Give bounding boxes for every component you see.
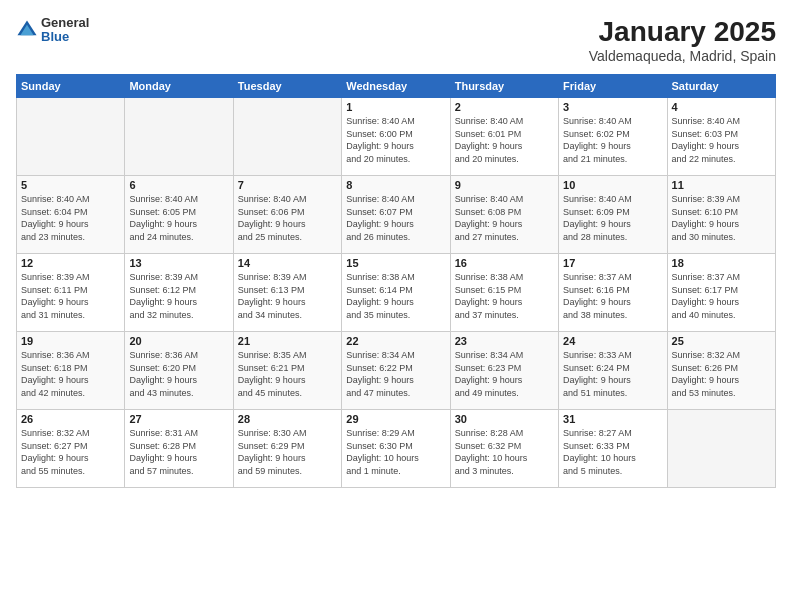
day-info: Sunrise: 8:40 AM Sunset: 6:04 PM Dayligh… [21,193,120,243]
weekday-header-row: Sunday Monday Tuesday Wednesday Thursday… [17,75,776,98]
header-monday: Monday [125,75,233,98]
calendar-cell [17,98,125,176]
calendar-cell: 12Sunrise: 8:39 AM Sunset: 6:11 PM Dayli… [17,254,125,332]
day-number: 14 [238,257,337,269]
day-number: 20 [129,335,228,347]
day-number: 3 [563,101,662,113]
calendar-cell: 29Sunrise: 8:29 AM Sunset: 6:30 PM Dayli… [342,410,450,488]
day-number: 6 [129,179,228,191]
day-number: 30 [455,413,554,425]
calendar-cell: 23Sunrise: 8:34 AM Sunset: 6:23 PM Dayli… [450,332,558,410]
day-number: 2 [455,101,554,113]
day-info: Sunrise: 8:34 AM Sunset: 6:22 PM Dayligh… [346,349,445,399]
day-info: Sunrise: 8:31 AM Sunset: 6:28 PM Dayligh… [129,427,228,477]
calendar-cell: 21Sunrise: 8:35 AM Sunset: 6:21 PM Dayli… [233,332,341,410]
day-info: Sunrise: 8:30 AM Sunset: 6:29 PM Dayligh… [238,427,337,477]
day-number: 8 [346,179,445,191]
day-info: Sunrise: 8:37 AM Sunset: 6:17 PM Dayligh… [672,271,771,321]
calendar-cell: 5Sunrise: 8:40 AM Sunset: 6:04 PM Daylig… [17,176,125,254]
calendar-cell: 1Sunrise: 8:40 AM Sunset: 6:00 PM Daylig… [342,98,450,176]
day-number: 27 [129,413,228,425]
day-number: 22 [346,335,445,347]
calendar-cell: 6Sunrise: 8:40 AM Sunset: 6:05 PM Daylig… [125,176,233,254]
day-info: Sunrise: 8:32 AM Sunset: 6:27 PM Dayligh… [21,427,120,477]
calendar-cell: 7Sunrise: 8:40 AM Sunset: 6:06 PM Daylig… [233,176,341,254]
day-number: 18 [672,257,771,269]
header-tuesday: Tuesday [233,75,341,98]
week-row-3: 12Sunrise: 8:39 AM Sunset: 6:11 PM Dayli… [17,254,776,332]
day-number: 9 [455,179,554,191]
calendar-cell: 3Sunrise: 8:40 AM Sunset: 6:02 PM Daylig… [559,98,667,176]
calendar-cell: 24Sunrise: 8:33 AM Sunset: 6:24 PM Dayli… [559,332,667,410]
week-row-2: 5Sunrise: 8:40 AM Sunset: 6:04 PM Daylig… [17,176,776,254]
day-info: Sunrise: 8:40 AM Sunset: 6:03 PM Dayligh… [672,115,771,165]
calendar-cell: 2Sunrise: 8:40 AM Sunset: 6:01 PM Daylig… [450,98,558,176]
calendar-cell: 11Sunrise: 8:39 AM Sunset: 6:10 PM Dayli… [667,176,775,254]
day-number: 23 [455,335,554,347]
calendar-cell: 15Sunrise: 8:38 AM Sunset: 6:14 PM Dayli… [342,254,450,332]
day-number: 21 [238,335,337,347]
day-info: Sunrise: 8:40 AM Sunset: 6:02 PM Dayligh… [563,115,662,165]
calendar-cell: 26Sunrise: 8:32 AM Sunset: 6:27 PM Dayli… [17,410,125,488]
calendar-cell: 14Sunrise: 8:39 AM Sunset: 6:13 PM Dayli… [233,254,341,332]
day-number: 15 [346,257,445,269]
day-number: 16 [455,257,554,269]
logo-general: General [41,16,89,30]
day-info: Sunrise: 8:39 AM Sunset: 6:12 PM Dayligh… [129,271,228,321]
day-info: Sunrise: 8:36 AM Sunset: 6:20 PM Dayligh… [129,349,228,399]
day-number: 26 [21,413,120,425]
calendar-cell: 10Sunrise: 8:40 AM Sunset: 6:09 PM Dayli… [559,176,667,254]
day-info: Sunrise: 8:40 AM Sunset: 6:00 PM Dayligh… [346,115,445,165]
logo-text: General Blue [41,16,89,45]
day-info: Sunrise: 8:40 AM Sunset: 6:08 PM Dayligh… [455,193,554,243]
calendar-page: General Blue January 2025 Valdemaqueda, … [0,0,792,612]
calendar-cell [667,410,775,488]
header-thursday: Thursday [450,75,558,98]
day-info: Sunrise: 8:36 AM Sunset: 6:18 PM Dayligh… [21,349,120,399]
logo-icon [16,19,38,41]
calendar-cell: 16Sunrise: 8:38 AM Sunset: 6:15 PM Dayli… [450,254,558,332]
calendar-cell: 28Sunrise: 8:30 AM Sunset: 6:29 PM Dayli… [233,410,341,488]
calendar-cell: 4Sunrise: 8:40 AM Sunset: 6:03 PM Daylig… [667,98,775,176]
header-wednesday: Wednesday [342,75,450,98]
day-info: Sunrise: 8:33 AM Sunset: 6:24 PM Dayligh… [563,349,662,399]
calendar-cell: 31Sunrise: 8:27 AM Sunset: 6:33 PM Dayli… [559,410,667,488]
day-info: Sunrise: 8:39 AM Sunset: 6:10 PM Dayligh… [672,193,771,243]
day-info: Sunrise: 8:39 AM Sunset: 6:13 PM Dayligh… [238,271,337,321]
day-number: 19 [21,335,120,347]
day-number: 11 [672,179,771,191]
day-info: Sunrise: 8:28 AM Sunset: 6:32 PM Dayligh… [455,427,554,477]
day-number: 4 [672,101,771,113]
logo: General Blue [16,16,89,45]
calendar-title: January 2025 [589,16,776,48]
day-info: Sunrise: 8:40 AM Sunset: 6:09 PM Dayligh… [563,193,662,243]
day-number: 1 [346,101,445,113]
calendar-table: Sunday Monday Tuesday Wednesday Thursday… [16,74,776,488]
day-number: 29 [346,413,445,425]
calendar-cell [125,98,233,176]
week-row-4: 19Sunrise: 8:36 AM Sunset: 6:18 PM Dayli… [17,332,776,410]
day-number: 13 [129,257,228,269]
day-number: 28 [238,413,337,425]
day-info: Sunrise: 8:40 AM Sunset: 6:07 PM Dayligh… [346,193,445,243]
day-number: 12 [21,257,120,269]
day-number: 17 [563,257,662,269]
day-info: Sunrise: 8:40 AM Sunset: 6:06 PM Dayligh… [238,193,337,243]
calendar-cell: 18Sunrise: 8:37 AM Sunset: 6:17 PM Dayli… [667,254,775,332]
day-number: 25 [672,335,771,347]
day-info: Sunrise: 8:37 AM Sunset: 6:16 PM Dayligh… [563,271,662,321]
day-number: 24 [563,335,662,347]
calendar-cell [233,98,341,176]
calendar-cell: 19Sunrise: 8:36 AM Sunset: 6:18 PM Dayli… [17,332,125,410]
header-friday: Friday [559,75,667,98]
day-info: Sunrise: 8:35 AM Sunset: 6:21 PM Dayligh… [238,349,337,399]
calendar-cell: 22Sunrise: 8:34 AM Sunset: 6:22 PM Dayli… [342,332,450,410]
day-number: 10 [563,179,662,191]
calendar-cell: 27Sunrise: 8:31 AM Sunset: 6:28 PM Dayli… [125,410,233,488]
calendar-cell: 9Sunrise: 8:40 AM Sunset: 6:08 PM Daylig… [450,176,558,254]
day-info: Sunrise: 8:40 AM Sunset: 6:01 PM Dayligh… [455,115,554,165]
day-info: Sunrise: 8:38 AM Sunset: 6:15 PM Dayligh… [455,271,554,321]
day-info: Sunrise: 8:29 AM Sunset: 6:30 PM Dayligh… [346,427,445,477]
week-row-5: 26Sunrise: 8:32 AM Sunset: 6:27 PM Dayli… [17,410,776,488]
day-info: Sunrise: 8:39 AM Sunset: 6:11 PM Dayligh… [21,271,120,321]
